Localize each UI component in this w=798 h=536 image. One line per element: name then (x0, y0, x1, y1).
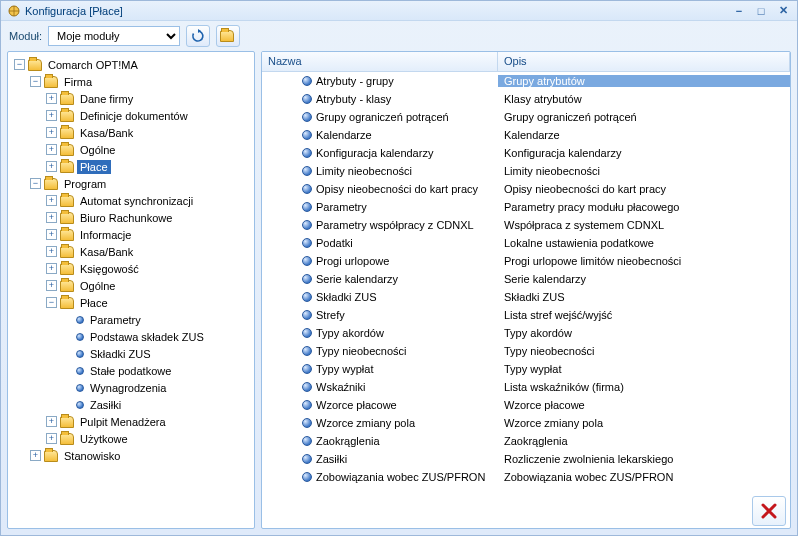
expand-icon[interactable]: + (46, 416, 57, 427)
folder-button[interactable] (216, 25, 240, 47)
list-row[interactable]: Progi urlopowe Progi urlopowe limitów ni… (262, 252, 790, 270)
tree-item-place[interactable]: − Płace (46, 294, 254, 311)
tree-item[interactable]: + Kasa/Bank (46, 243, 254, 260)
tree-leaf[interactable]: Parametry (62, 311, 254, 328)
list-row[interactable]: Grupy ograniczeń potrąceń Grupy ogranicz… (262, 108, 790, 126)
tree-item[interactable]: + Użytkowe (46, 430, 254, 447)
list-row[interactable]: Limity nieobecności Limity nieobecności (262, 162, 790, 180)
tree-item[interactable]: + Ogólne (46, 141, 254, 158)
module-select[interactable]: Moje moduły (48, 26, 180, 46)
expand-icon[interactable]: + (46, 212, 57, 223)
row-name: Wzorce płacowe (316, 399, 397, 411)
tree-item[interactable]: + Automat synchronizacji (46, 192, 254, 209)
expand-icon[interactable]: + (46, 93, 57, 104)
expand-icon[interactable]: + (46, 263, 57, 274)
tree-item[interactable]: + Informacje (46, 226, 254, 243)
row-name: Typy wypłat (316, 363, 373, 375)
expand-icon[interactable]: + (46, 195, 57, 206)
titlebar: Konfiguracja [Płace] − □ ✕ (1, 1, 797, 21)
row-desc: Rozliczenie zwolnienia lekarskiego (498, 453, 790, 465)
collapse-icon[interactable]: − (14, 59, 25, 70)
tree-leaf[interactable]: Zasiłki (62, 396, 254, 413)
expand-icon[interactable]: + (46, 433, 57, 444)
row-name: Składki ZUS (316, 291, 377, 303)
expand-icon[interactable]: + (46, 161, 57, 172)
expand-icon[interactable]: + (46, 144, 57, 155)
list-row[interactable]: Podatki Lokalne ustawienia podatkowe (262, 234, 790, 252)
tree-firma[interactable]: − Firma (30, 73, 254, 90)
close-button[interactable]: ✕ (775, 4, 791, 18)
expand-icon[interactable]: + (46, 229, 57, 240)
tree-item[interactable]: + Biuro Rachunkowe (46, 209, 254, 226)
list-row[interactable]: Typy nieobecności Typy nieobecności (262, 342, 790, 360)
maximize-button[interactable]: □ (753, 4, 769, 18)
list-row[interactable]: Typy akordów Typy akordów (262, 324, 790, 342)
row-name: Serie kalendarzy (316, 273, 398, 285)
row-desc: Typy wypłat (498, 363, 790, 375)
col-name[interactable]: Nazwa (262, 52, 498, 71)
item-icon (302, 346, 312, 356)
tree-root[interactable]: − Comarch OPT!MA (14, 56, 254, 73)
list-row[interactable]: Atrybuty - klasy Klasy atrybutów (262, 90, 790, 108)
list-body[interactable]: Atrybuty - grupy Grupy atrybutówAtrybuty… (262, 72, 790, 494)
folder-icon (220, 30, 234, 42)
minimize-button[interactable]: − (731, 4, 747, 18)
config-window: Konfiguracja [Płace] − □ ✕ Moduł: Moje m… (0, 0, 798, 536)
row-name: Grupy ograniczeń potrąceń (316, 111, 449, 123)
list-row[interactable]: Parametry Parametry pracy modułu płacowe… (262, 198, 790, 216)
expand-icon[interactable]: + (46, 280, 57, 291)
item-icon (302, 112, 312, 122)
tree-leaf[interactable]: Podstawa składek ZUS (62, 328, 254, 345)
tree-stanowisko[interactable]: + Stanowisko (30, 447, 254, 464)
row-desc: Grupy atrybutów (498, 75, 790, 87)
folder-icon (60, 110, 74, 122)
list-row[interactable]: Parametry współpracy z CDNXL Współpraca … (262, 216, 790, 234)
tree-leaf[interactable]: Stałe podatkowe (62, 362, 254, 379)
row-desc: Konfiguracja kalendarzy (498, 147, 790, 159)
list-row[interactable]: Konfiguracja kalendarzy Konfiguracja kal… (262, 144, 790, 162)
item-icon (302, 328, 312, 338)
collapse-icon[interactable]: − (30, 178, 41, 189)
list-row[interactable]: Składki ZUS Składki ZUS (262, 288, 790, 306)
row-name: Wskaźniki (316, 381, 366, 393)
list-row[interactable]: Wzorce zmiany pola Wzorce zmiany pola (262, 414, 790, 432)
list-row[interactable]: Atrybuty - grupy Grupy atrybutów (262, 72, 790, 90)
collapse-icon[interactable]: − (46, 297, 57, 308)
list-row[interactable]: Opisy nieobecności do kart pracy Opisy n… (262, 180, 790, 198)
tree-item[interactable]: + Dane firmy (46, 90, 254, 107)
tree-item[interactable]: + Pulpit Menadżera (46, 413, 254, 430)
item-icon (302, 184, 312, 194)
collapse-icon[interactable]: − (30, 76, 41, 87)
refresh-button[interactable] (186, 25, 210, 47)
list-row[interactable]: Zaokrąglenia Zaokrąglenia (262, 432, 790, 450)
tree-panel[interactable]: − Comarch OPT!MA − Firma + Dane f (7, 51, 255, 529)
expand-icon[interactable]: + (46, 246, 57, 257)
expand-icon[interactable]: + (46, 127, 57, 138)
folder-icon (60, 195, 74, 207)
tree-item[interactable]: + Ogólne (46, 277, 254, 294)
list-row[interactable]: Serie kalendarzy Serie kalendarzy (262, 270, 790, 288)
list-row[interactable]: Typy wypłat Typy wypłat (262, 360, 790, 378)
tree-program[interactable]: − Program (30, 175, 254, 192)
tree-leaf[interactable]: Składki ZUS (62, 345, 254, 362)
col-desc[interactable]: Opis (498, 52, 790, 71)
tree-leaf[interactable]: Wynagrodzenia (62, 379, 254, 396)
list-row[interactable]: Wskaźniki Lista wskaźników (firma) (262, 378, 790, 396)
tree-item[interactable]: + Księgowość (46, 260, 254, 277)
row-desc: Limity nieobecności (498, 165, 790, 177)
list-row[interactable]: Kalendarze Kalendarze (262, 126, 790, 144)
tree-item[interactable]: + Kasa/Bank (46, 124, 254, 141)
tree-item[interactable]: + Płace (46, 158, 254, 175)
list-row[interactable]: Zasiłki Rozliczenie zwolnienia lekarskie… (262, 450, 790, 468)
list-row[interactable]: Strefy Lista stref wejść/wyjść (262, 306, 790, 324)
folder-icon (60, 127, 74, 139)
list-row[interactable]: Wzorce płacowe Wzorce płacowe (262, 396, 790, 414)
tree-item[interactable]: + Definicje dokumentów (46, 107, 254, 124)
expand-icon[interactable]: + (46, 110, 57, 121)
list-row[interactable]: Zobowiązania wobec ZUS/PFRON Zobowiązani… (262, 468, 790, 486)
row-name: Podatki (316, 237, 353, 249)
expand-icon[interactable]: + (30, 450, 41, 461)
close-panel-button[interactable] (752, 496, 786, 526)
folder-icon (44, 450, 58, 462)
row-desc: Lista stref wejść/wyjść (498, 309, 790, 321)
